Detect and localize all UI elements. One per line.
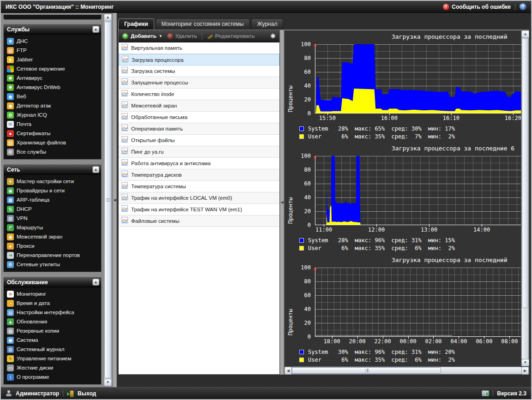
sidebar-panel-header[interactable]: Службы▲: [4, 24, 101, 35]
updates-status-icon[interactable]: [482, 390, 489, 396]
sidebar-panel-title: Сеть: [7, 167, 20, 173]
titlebar-divider: [515, 4, 515, 10]
sidebar-item[interactable]: Сетевое окружение: [4, 64, 101, 73]
graph-list-item[interactable]: Работа антивируса и антиспама: [119, 158, 279, 169]
charts-vertical-scrollbar[interactable]: ▲ ▼: [521, 30, 529, 366]
collapse-panel-icon[interactable]: ▲: [92, 166, 99, 173]
scroll-right-icon[interactable]: ▶: [521, 367, 529, 375]
sidebar-item[interactable]: iО программе: [4, 372, 101, 382]
graph-list-item[interactable]: Загрузка системы: [119, 66, 279, 77]
graph-list-item[interactable]: Количество inode: [119, 89, 279, 100]
add-button[interactable]: + Добавить ▼: [122, 33, 163, 39]
graph-list-item-label: Загрузка системы: [131, 68, 175, 74]
sidebar-item[interactable]: ⚙Сетевые утилиты: [4, 260, 101, 269]
tab-1[interactable]: Мониторинг состояния системы: [156, 18, 250, 30]
sidebar-item[interactable]: ▥VPN: [4, 214, 101, 223]
sidebar-item[interactable]: ❖ДНС: [4, 36, 101, 46]
graph-list-item[interactable]: Межсетевой экран: [119, 100, 279, 112]
scroll-left-icon[interactable]: ◀: [284, 367, 292, 375]
delete-button[interactable]: − Удалить: [167, 33, 197, 39]
sidebar-item[interactable]: ◆Межсетевой экран: [4, 232, 101, 241]
charts-hscroll-track[interactable]: [292, 367, 521, 374]
sidebar-item[interactable]: ▥Системный журнал: [4, 345, 101, 354]
graph-list-item[interactable]: Файловые системы: [119, 215, 279, 227]
scroll-down-icon[interactable]: ▼: [521, 359, 529, 366]
current-user-label[interactable]: Администратор: [16, 390, 59, 397]
sidebar-item[interactable]: ⚙Все службы: [4, 147, 101, 156]
sidebar-item[interactable]: ◉Веб: [4, 92, 101, 101]
graph-list-item[interactable]: Виртуальная память: [119, 42, 279, 54]
error-icon: !: [443, 4, 449, 10]
sidebar-panel-header[interactable]: Обслуживание▲: [4, 277, 101, 287]
charts-hscroll-thumb[interactable]: [292, 367, 441, 374]
legend-text: User 6% макс: 35% сред: 7% мин: 2%: [308, 133, 455, 140]
sidebar-item[interactable]: ●Jabber: [4, 55, 101, 64]
sidebar-item-label: Настройки интерфейса: [17, 310, 74, 315]
graph-list-item[interactable]: Трафик на интерфейсе LOCAL VM (em0): [119, 192, 279, 204]
sidebar-item[interactable]: ◍Резервные копии: [4, 326, 101, 335]
sidebar-item-label: Журнал ICQ: [17, 112, 47, 118]
scroll-down-icon[interactable]: ▼: [104, 379, 112, 386]
collapse-panel-icon[interactable]: ▲: [92, 26, 99, 33]
chart-title: Загрузка процессора за последний: [286, 33, 521, 43]
scroll-up-icon[interactable]: ▲: [104, 14, 112, 21]
sidebar-item[interactable]: ≋Мониторинг: [4, 289, 101, 299]
sidebar-item[interactable]: ⇅DHCP: [4, 204, 101, 214]
graph-list-item[interactable]: Запущенные процессы: [119, 77, 279, 89]
list-splitter[interactable]: ◀: [280, 30, 284, 375]
settings-icon[interactable]: ✱: [270, 32, 276, 40]
sidebar-item[interactable]: ✱Антивирус DrWeb: [4, 83, 101, 92]
tab-2[interactable]: Журнал: [251, 18, 284, 30]
title-bar: ИКС ООО "Организация" :: Мониторинг ! Со…: [1, 1, 531, 13]
sidebar-panel-header[interactable]: Сеть▲: [4, 165, 101, 175]
graph-list-item[interactable]: Трафик на интерфейсе TEST WAN VM (em1): [119, 204, 279, 215]
sidebar-scrollbar[interactable]: ▲ ▼: [104, 14, 112, 386]
tab-0[interactable]: Графики: [118, 18, 154, 30]
sidebar-item[interactable]: ▤Хранилище файлов: [4, 138, 101, 147]
graph-list-item[interactable]: Температура системы: [119, 181, 279, 192]
graph-list-item[interactable]: Обработанные письма: [119, 112, 279, 123]
arp-table-icon: ▦: [7, 197, 14, 203]
graph-list-item[interactable]: Загрузка процессора: [119, 54, 279, 66]
sidebar-item[interactable]: ◉Провайдеры и сети: [4, 186, 101, 195]
sidebar-item[interactable]: ▦ARP-таблица: [4, 195, 101, 204]
charts-horizontal-scrollbar[interactable]: ◀ ▶: [284, 366, 529, 374]
sidebar-item[interactable]: ▲Обновления: [4, 317, 101, 326]
sidebar-scroll-thumb[interactable]: [104, 22, 111, 378]
sidebar-scroll-track[interactable]: [104, 21, 112, 379]
sidebar-splitter[interactable]: ◀: [113, 13, 117, 387]
sidebar-item[interactable]: ▤Настройки интерфейса: [4, 308, 101, 317]
sidebar-item[interactable]: ◆Детектор атак: [4, 101, 101, 110]
sidebar-item-label: Детектор атак: [17, 103, 51, 108]
report-error-button[interactable]: ! Сообщить об ошибке: [443, 4, 511, 10]
scroll-up-icon[interactable]: ▲: [521, 30, 529, 38]
routes-icon: ↱: [7, 224, 14, 231]
charts-vscroll-track[interactable]: [521, 38, 529, 359]
hard-disks-icon: ▭: [7, 364, 14, 371]
charts-vscroll-thumb[interactable]: [522, 38, 528, 308]
sidebar-item[interactable]: ✿Журнал ICQ: [4, 110, 101, 119]
graph-list-item[interactable]: Пинг до ya.ru: [119, 146, 279, 158]
graph-list-item[interactable]: Оперативная память: [119, 123, 279, 135]
sidebar-item[interactable]: ▭Жесткие диски: [4, 363, 101, 372]
sidebar-item[interactable]: ✉Почта: [4, 119, 101, 129]
sidebar-item[interactable]: ↱Маршруты: [4, 223, 101, 232]
sidebar-item[interactable]: ●Сертификаты: [4, 129, 101, 138]
sidebar-item[interactable]: ◔Время и дата: [4, 299, 101, 308]
collapse-panel-icon[interactable]: ▲: [92, 279, 99, 286]
help-icon[interactable]: ?: [520, 3, 526, 10]
graph-list-item[interactable]: Открытые файлы: [119, 135, 279, 146]
sidebar-item[interactable]: ✶Мастер настройки сети: [4, 177, 101, 186]
graph-list-item[interactable]: Температура дисков: [119, 169, 279, 181]
sidebar-item[interactable]: ✱Антивирус: [4, 73, 101, 83]
logout-button[interactable]: Выход: [78, 390, 96, 397]
statusbar-divider: [493, 390, 493, 397]
sidebar-item[interactable]: ➜Перенаправление портов: [4, 251, 101, 260]
sidebar-item[interactable]: ●Прокси: [4, 241, 101, 251]
chart-icon: [121, 78, 128, 87]
sidebar-item[interactable]: ϟУправление питанием: [4, 354, 101, 363]
sidebar-item[interactable]: ▤FTP: [4, 46, 101, 55]
edit-button[interactable]: Редактировать: [207, 33, 255, 39]
legend-row: System 28% макс: 96% сред: 31% мин: 15%: [299, 236, 521, 244]
sidebar-item[interactable]: ▣Система: [4, 335, 101, 345]
